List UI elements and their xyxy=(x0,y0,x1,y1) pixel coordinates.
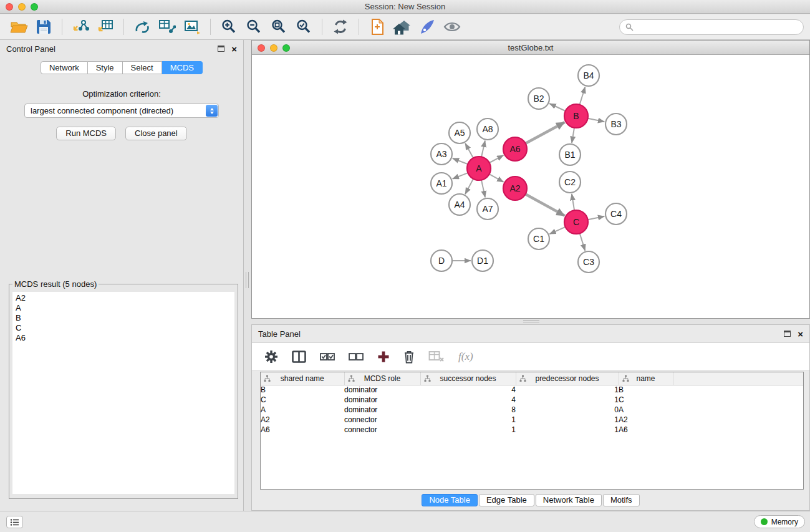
table-cell[interactable]: dominator xyxy=(344,385,420,395)
table-cell[interactable]: 4 xyxy=(420,385,516,395)
column-header-shared-name[interactable]: shared name xyxy=(261,372,344,385)
columns-icon[interactable] xyxy=(292,351,306,363)
graph-node-C1[interactable]: C1 xyxy=(528,228,549,249)
graph-node-A3[interactable]: A3 xyxy=(431,143,452,165)
graph-node-D1[interactable]: D1 xyxy=(472,250,493,271)
function-builder-icon[interactable]: f(x) xyxy=(458,351,473,363)
network-window-titlebar[interactable]: testGlobe.txt xyxy=(252,41,809,55)
float-table-panel-icon[interactable] xyxy=(784,331,791,337)
mcds-result-item[interactable]: A2 xyxy=(12,293,234,303)
tab-select[interactable]: Select xyxy=(123,61,162,74)
open-session-icon[interactable] xyxy=(6,16,31,37)
graph-edge-A-A3[interactable] xyxy=(453,158,468,164)
tab-node-table[interactable]: Node Table xyxy=(422,494,478,506)
first-neighbors-icon[interactable] xyxy=(365,16,390,37)
graph-node-B4[interactable]: B4 xyxy=(578,65,599,86)
graph-node-A[interactable]: A xyxy=(467,157,491,180)
table-cell[interactable]: 4 xyxy=(420,395,516,405)
graph-edge-B-B4[interactable] xyxy=(580,87,586,105)
table-cell[interactable]: A2 xyxy=(619,415,673,425)
graph-edge-C-C3[interactable] xyxy=(580,233,586,251)
deselect-all-icon[interactable] xyxy=(349,352,364,361)
graph-edge-A-A2[interactable] xyxy=(489,174,504,182)
table-cell[interactable]: 1 xyxy=(516,415,619,425)
zoom-view-icon[interactable] xyxy=(282,44,290,52)
table-row[interactable]: Bdominator41B xyxy=(261,385,803,395)
graph-node-A4[interactable]: A4 xyxy=(449,194,470,215)
table-cell[interactable]: C xyxy=(619,395,673,405)
mcds-result-list[interactable]: A2ABCA6 xyxy=(12,292,234,494)
criterion-dropdown[interactable]: largest connected component (directed) xyxy=(24,104,219,118)
graph-node-C2[interactable]: C2 xyxy=(559,172,581,193)
graph-edge-C-C4[interactable] xyxy=(588,216,605,220)
graph-node-A2[interactable]: A2 xyxy=(503,177,527,200)
zoom-out-icon[interactable] xyxy=(241,16,266,37)
network-graph[interactable]: B4B2BB3A5A8A6B1A3AC2A1A2A4A7C4CC1C3DD1 xyxy=(252,56,804,316)
table-cell[interactable]: dominator xyxy=(344,405,420,415)
close-view-icon[interactable] xyxy=(258,44,265,52)
memory-button[interactable]: Memory xyxy=(754,515,805,528)
table-cell[interactable]: 1 xyxy=(420,425,516,435)
close-window-icon[interactable] xyxy=(6,3,13,11)
table-cell[interactable]: A2 xyxy=(261,415,344,425)
task-history-button[interactable] xyxy=(6,516,23,528)
table-cell[interactable]: 8 xyxy=(420,405,516,415)
table-cell[interactable]: A6 xyxy=(261,425,344,435)
table-row[interactable]: Cdominator41C xyxy=(261,395,803,405)
graph-edge-A6-B[interactable] xyxy=(526,122,565,143)
tab-motifs[interactable]: Motifs xyxy=(603,494,640,506)
tab-network-table[interactable]: Network Table xyxy=(536,494,602,506)
graph-edge-A-A1[interactable] xyxy=(453,173,468,179)
graph-node-C3[interactable]: C3 xyxy=(578,251,599,273)
zoom-selected-icon[interactable] xyxy=(291,16,316,37)
graph-edge-B-B2[interactable] xyxy=(549,104,566,111)
column-header-predecessor-nodes[interactable]: predecessor nodes xyxy=(516,372,619,385)
tab-edge-table[interactable]: Edge Table xyxy=(479,494,534,506)
mcds-result-item[interactable]: A xyxy=(12,303,234,313)
graph-node-B3[interactable]: B3 xyxy=(605,114,627,135)
import-network-from-table-icon[interactable] xyxy=(155,16,180,37)
close-panel-icon[interactable]: × xyxy=(231,44,237,54)
table-row[interactable]: Adominator80A xyxy=(261,405,803,415)
graph-edge-A-A7[interactable] xyxy=(481,180,485,198)
gear-icon[interactable] xyxy=(264,350,278,364)
refresh-icon[interactable] xyxy=(328,16,353,37)
graph-node-D[interactable]: D xyxy=(431,250,452,271)
graph-node-A5[interactable]: A5 xyxy=(449,122,470,143)
graph-edge-B-B1[interactable] xyxy=(572,128,574,143)
graph-edge-C-C2[interactable] xyxy=(572,194,574,210)
horizontal-splitter[interactable] xyxy=(251,319,810,324)
graph-node-B[interactable]: B xyxy=(564,104,588,128)
run-mcds-button[interactable]: Run MCDS xyxy=(56,127,116,140)
float-panel-icon[interactable] xyxy=(218,46,224,52)
table-cell[interactable]: 1 xyxy=(420,415,516,425)
add-column-icon[interactable] xyxy=(377,351,390,363)
share-network-icon[interactable] xyxy=(130,16,155,37)
home-networks-icon[interactable] xyxy=(390,16,415,37)
birdseye-view-icon[interactable] xyxy=(440,16,465,37)
graph-edge-A-A8[interactable] xyxy=(481,141,485,157)
tab-style[interactable]: Style xyxy=(88,61,123,74)
graph-node-A7[interactable]: A7 xyxy=(477,198,498,220)
delete-column-icon[interactable] xyxy=(403,350,415,364)
graph-edge-A2-C[interactable] xyxy=(526,194,565,216)
search-field[interactable] xyxy=(619,19,804,35)
graph-node-B1[interactable]: B1 xyxy=(559,144,581,165)
select-all-icon[interactable] xyxy=(320,352,335,361)
column-header-mcds-role[interactable]: MCDS role xyxy=(344,372,420,385)
table-cell[interactable]: 0 xyxy=(516,405,619,415)
zoom-window-icon[interactable] xyxy=(31,3,38,11)
save-session-icon[interactable] xyxy=(31,16,56,37)
column-header-successor-nodes[interactable]: successor nodes xyxy=(420,372,516,385)
graph-edge-A-A5[interactable] xyxy=(465,143,473,158)
graph-edge-A-A4[interactable] xyxy=(465,179,473,194)
vertical-splitter[interactable] xyxy=(244,40,251,511)
graph-node-B2[interactable]: B2 xyxy=(528,88,549,109)
close-panel-button[interactable]: Close panel xyxy=(125,127,187,140)
table-cell[interactable]: 1 xyxy=(516,425,619,435)
close-table-panel-icon[interactable]: × xyxy=(798,329,803,339)
table-cell[interactable]: C xyxy=(261,395,344,405)
table-cell[interactable]: 1 xyxy=(516,395,619,405)
delete-table-icon[interactable] xyxy=(428,351,445,363)
mcds-result-item[interactable]: B xyxy=(12,313,234,323)
